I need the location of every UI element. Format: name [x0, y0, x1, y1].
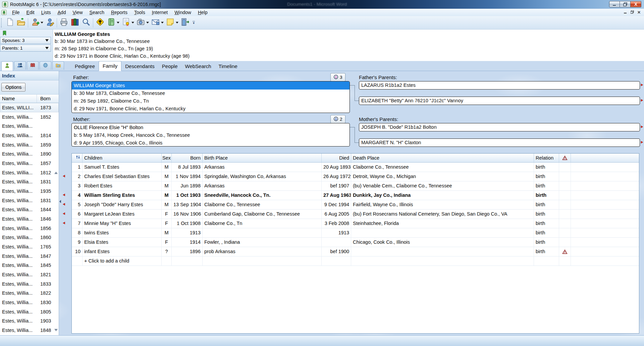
menu-search[interactable]: Search — [86, 9, 108, 16]
index-scroll-up-icon[interactable] — [54, 172, 58, 174]
index-row[interactable]: Estes, Willia...1844 — [0, 205, 59, 214]
child-name[interactable]: infant Estes — [83, 247, 162, 256]
tab-descendants[interactable]: Descendants — [121, 62, 158, 71]
books-button[interactable] — [69, 17, 80, 28]
sidebar-tab-people[interactable] — [14, 61, 26, 70]
index-row[interactable]: Estes, Willia...1805 — [0, 307, 59, 316]
spouse-navigate-right-icon[interactable] — [641, 140, 644, 145]
chevron-down-icon[interactable] — [131, 22, 134, 23]
spouse-navigate-right-icon[interactable] — [641, 83, 644, 88]
close-button[interactable]: X — [631, 1, 641, 7]
index-scroll-down-icon[interactable] — [54, 329, 58, 331]
tab-pedigree[interactable]: Pedigree — [71, 62, 99, 71]
index-column-name[interactable]: Name — [0, 95, 37, 103]
index-row[interactable]: Estes, Willia...1860 — [0, 233, 59, 242]
spouses-dropdown[interactable]: Spouses: 3 — [0, 37, 51, 44]
sort-icon[interactable] — [72, 154, 83, 162]
index-row[interactable]: Estes, Willia...1831 — [0, 177, 59, 186]
child-name[interactable]: Samuel T. Estes — [83, 163, 162, 172]
child-row-7[interactable]: 7Minnie May "H" EstesF1 Oct 1908Claiborn… — [72, 219, 639, 228]
index-row[interactable]: Estes, Willia...1833 — [0, 279, 59, 289]
child-name[interactable]: Minnie May "H" Estes — [83, 219, 162, 228]
index-row[interactable]: Estes, Willia...1830 — [0, 298, 59, 307]
child-name[interactable]: Charles Estel Sebastian Estes — [83, 172, 162, 181]
index-row[interactable]: Estes, Willia...1903 — [0, 316, 59, 326]
index-row[interactable]: Estes, WILLI...1873 — [0, 103, 59, 112]
tab-family[interactable]: Family — [99, 61, 121, 71]
index-row[interactable]: Estes, Willia...1857 — [0, 159, 59, 168]
children-table-header[interactable]: Children Sex Born Birth Place Died Death… — [72, 154, 639, 163]
toolbar-overflow-icon[interactable]: ▾ — [193, 21, 195, 24]
child-name[interactable]: Robert Estes — [83, 181, 162, 190]
tab-timeline[interactable]: Timeline — [215, 62, 241, 71]
search-button[interactable] — [80, 17, 92, 28]
child-row-10[interactable]: 10infant Estes?1896prob Arkansasbef 1900… — [72, 247, 639, 256]
mail-button[interactable] — [150, 17, 165, 28]
child-name[interactable]: twins Estes — [83, 228, 162, 237]
sidebar-tab-person[interactable] — [1, 61, 13, 71]
add-child-label[interactable]: + Click to add a child — [83, 256, 162, 266]
child-row-8[interactable]: 8twins EstesM19131913birth — [72, 228, 639, 238]
child-name[interactable]: William Sterling Estes — [83, 191, 162, 200]
index-row[interactable]: Estes, Willia...1845 — [0, 261, 59, 270]
chevron-down-icon[interactable] — [41, 22, 43, 23]
mother-box-name[interactable]: OLLIE Florence Elsie "H" Bolton — [72, 123, 350, 131]
index-row[interactable]: Estes, Willia...1822 — [0, 288, 59, 298]
header-children[interactable]: Children — [83, 154, 162, 162]
print-button[interactable] — [58, 17, 69, 28]
child-name[interactable]: Joseph "Dode" Harry Estes — [83, 200, 162, 209]
mothers-mother-box[interactable]: MARGARET N. "H" Claxton — [359, 138, 640, 147]
menu-file[interactable]: File — [9, 9, 23, 16]
child-restore-icon[interactable] — [631, 9, 634, 16]
child-row-5[interactable]: 5Joseph "Dode" Harry EstesM13 Sep 1904Cl… — [72, 200, 639, 210]
mothers-father-box[interactable]: JOSEPH B. "Dode" R1b1a2 Bolton — [359, 123, 640, 131]
new-file-button[interactable] — [4, 17, 15, 28]
header-sex[interactable]: Sex — [162, 154, 172, 162]
child-minimize-icon[interactable] — [624, 9, 627, 16]
splitter-collapse-icon[interactable] — [59, 200, 61, 203]
father-spouses-badge[interactable]: 3 — [330, 73, 345, 81]
header-relation[interactable]: Relation — [534, 154, 559, 162]
menu-help[interactable]: Help — [195, 9, 211, 16]
child-row-1[interactable]: 1Samuel T. EstesM8 Jul 1893Arkansas20 Au… — [72, 163, 639, 172]
camera-button[interactable] — [135, 17, 150, 28]
child-row-3[interactable]: 3Robert EstesMJun 1898Arkansasbef 1907(b… — [72, 181, 639, 191]
child-name[interactable]: Margaret LeJean Estes — [83, 210, 162, 219]
toolbar-grip[interactable] — [1, 18, 3, 27]
index-row[interactable]: Estes, Willia...1848 — [0, 326, 59, 335]
chevron-down-icon[interactable] — [146, 22, 149, 23]
panel-splitter[interactable] — [59, 71, 71, 335]
menu-view[interactable]: View — [69, 9, 86, 16]
index-row[interactable]: Estes, Willia... — [0, 121, 59, 131]
header-death-place[interactable]: Death Place — [351, 154, 534, 162]
index-row[interactable]: Estes, Willia...1859 — [0, 140, 59, 150]
spouse-navigate-right-icon[interactable] — [641, 99, 644, 103]
header-born[interactable]: Born — [172, 154, 203, 162]
sidebar-tab-media-folder[interactable] — [52, 61, 64, 70]
index-row[interactable]: Estes, Willia...1765 — [0, 242, 59, 251]
index-row[interactable]: Estes, Willia...1821 — [0, 270, 59, 279]
header-died[interactable]: Died — [322, 154, 351, 162]
exit-button[interactable] — [179, 17, 191, 28]
sidebar-tab-globe[interactable] — [40, 61, 51, 70]
child-row-9[interactable]: 9Elsia EstesF1914Fowler, , IndianaChicag… — [72, 238, 639, 247]
child-row-2[interactable]: 2Charles Estel Sebastian EstesM1 Nov 189… — [72, 172, 639, 181]
address-book-button[interactable] — [106, 17, 120, 28]
options-button[interactable]: Options — [1, 83, 25, 92]
menu-reports[interactable]: Reports — [108, 9, 131, 16]
add-person-button[interactable] — [30, 17, 44, 28]
chevron-down-icon[interactable] — [176, 22, 178, 23]
menu-add[interactable]: Add — [54, 9, 69, 16]
index-row[interactable]: Estes, Willia...1890 — [0, 149, 59, 159]
certificate-button[interactable] — [120, 17, 135, 28]
tab-websearch[interactable]: WebSearch — [181, 62, 215, 71]
navigate-button[interactable] — [95, 17, 106, 28]
father-box-name[interactable]: WILLIAM George Estes — [72, 81, 350, 90]
minimize-button[interactable] — [609, 1, 620, 7]
open-folder-button[interactable] — [15, 17, 26, 28]
menu-edit[interactable]: Edit — [23, 9, 38, 16]
menu-lists[interactable]: Lists — [38, 9, 54, 16]
index-column-born[interactable]: Born — [37, 95, 59, 103]
mother-spouses-badge[interactable]: 2 — [330, 115, 345, 123]
chevron-down-icon[interactable] — [117, 22, 119, 23]
